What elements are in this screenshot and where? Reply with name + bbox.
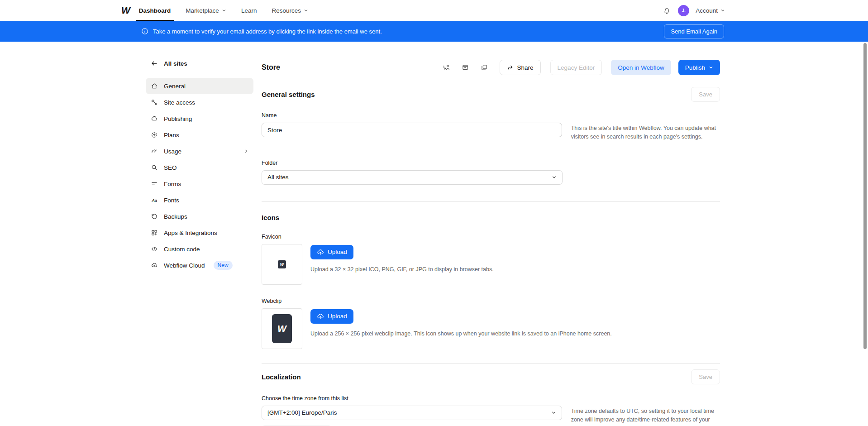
key-icon xyxy=(151,99,158,106)
site-header: Store Share Legacy Editor Open in Webflo… xyxy=(262,60,720,75)
sidebar-item-backups[interactable]: Backups xyxy=(146,208,253,225)
header-controls: Share Legacy Editor Open in Webflow Publ… xyxy=(443,60,720,75)
sidebar-item-webflow-cloud[interactable]: Webflow Cloud New xyxy=(146,257,253,273)
open-in-webflow-button[interactable]: Open in Webflow xyxy=(611,60,671,75)
nav-marketplace[interactable]: Marketplace xyxy=(186,0,226,21)
home-icon xyxy=(151,82,158,90)
usage-gauge-icon xyxy=(151,148,158,155)
favicon-row: W Upload Upload a 32 × 32 pixel ICO, PNG… xyxy=(262,244,720,285)
nav-marketplace-label: Marketplace xyxy=(186,7,219,14)
sidebar-item-label: Site access xyxy=(164,99,195,106)
bell-icon[interactable] xyxy=(663,7,671,14)
favicon-webflow-tile: W xyxy=(278,260,286,268)
sidebar-item-usage[interactable]: Usage xyxy=(146,143,253,159)
transfer-site-icon[interactable] xyxy=(443,64,450,71)
back-label: All sites xyxy=(164,60,187,67)
code-icon xyxy=(151,245,158,253)
email-verification-banner: Take a moment to verify your email addre… xyxy=(0,21,868,42)
timezone-label: Choose the time zone from this list xyxy=(262,395,720,402)
chevron-down-icon xyxy=(552,175,557,180)
site-name-input[interactable] xyxy=(262,123,562,137)
favicon-preview: W xyxy=(262,244,302,285)
icons-section-title: Icons xyxy=(262,214,720,221)
upload-label: Upload xyxy=(328,249,347,255)
nav-learn-label: Learn xyxy=(241,7,257,14)
share-label: Share xyxy=(517,64,534,71)
sidebar-item-label: Backups xyxy=(164,213,187,220)
favicon-upload-button[interactable]: Upload xyxy=(310,245,353,259)
chevron-right-icon xyxy=(244,149,248,153)
upload-cloud-icon xyxy=(317,249,324,256)
banner-message: Take a moment to verify your email addre… xyxy=(153,28,382,35)
backups-history-icon xyxy=(151,213,158,220)
duplicate-icon[interactable] xyxy=(481,64,488,71)
timezone-help-text: Time zone defaults to UTC, so setting it… xyxy=(571,406,720,426)
main-content: Store Share Legacy Editor Open in Webflo… xyxy=(262,60,720,426)
sidebar-item-forms[interactable]: Forms xyxy=(146,176,253,192)
sidebar-item-plans[interactable]: Plans xyxy=(146,127,253,143)
chevron-down-icon xyxy=(551,410,556,415)
fonts-aa-icon: Aa xyxy=(151,196,158,204)
sidebar-item-label: Publishing xyxy=(164,115,192,122)
folder-field-group: Folder All sites xyxy=(262,160,720,185)
name-help-text: This is the site's title within Webflow.… xyxy=(571,123,720,142)
archive-icon[interactable] xyxy=(462,64,469,71)
chevron-down-icon xyxy=(709,65,713,70)
arrow-left-icon xyxy=(151,60,158,67)
localization-title: Localization xyxy=(262,373,301,381)
upload-label: Upload xyxy=(328,313,347,320)
webflow-logo[interactable]: W xyxy=(121,5,130,16)
general-save-button[interactable]: Save xyxy=(691,87,720,102)
sidebar-item-label: Webflow Cloud xyxy=(164,262,205,269)
sidebar-item-apps-integrations[interactable]: Apps & Integrations xyxy=(146,225,253,241)
localization-header: Localization Save xyxy=(262,370,720,384)
localization-save-button[interactable]: Save xyxy=(691,369,720,384)
sidebar-item-label: Usage xyxy=(164,148,181,155)
sidebar-item-custom-code[interactable]: Custom code xyxy=(146,241,253,257)
name-field-group: Name This is the site's title within Web… xyxy=(262,112,720,142)
share-button[interactable]: Share xyxy=(500,60,541,75)
sidebar-item-general[interactable]: General xyxy=(146,78,253,94)
send-email-again-button[interactable]: Send Email Again xyxy=(664,24,724,38)
account-menu[interactable]: Account xyxy=(696,7,725,14)
account-label: Account xyxy=(696,7,718,14)
upload-cloud-icon xyxy=(317,313,324,320)
nav-learn[interactable]: Learn xyxy=(241,0,257,21)
sidebar-item-label: General xyxy=(164,83,186,90)
favicon-help-text: Upload a 32 × 32 pixel ICO, PNG, GIF, or… xyxy=(310,265,494,274)
folder-label: Folder xyxy=(262,160,720,166)
vertical-scrollbar[interactable] xyxy=(863,43,867,349)
new-badge: New xyxy=(214,261,233,270)
share-arrow-icon xyxy=(507,64,514,71)
page-title: Store xyxy=(262,63,280,72)
sidebar-item-label: SEO xyxy=(164,164,177,171)
webclip-upload-button[interactable]: Upload xyxy=(310,309,353,324)
sidebar-item-publishing[interactable]: Publishing xyxy=(146,110,253,127)
sidebar-item-label: Custom code xyxy=(164,246,200,253)
webclip-webflow-tile: W xyxy=(272,314,292,343)
forms-lines-icon xyxy=(151,180,158,187)
section-divider xyxy=(262,201,720,202)
sidebar-item-fonts[interactable]: Aa Fonts xyxy=(146,192,253,208)
nav-dashboard[interactable]: Dashboard xyxy=(139,0,171,21)
sidebar-item-label: Fonts xyxy=(164,197,179,204)
legacy-editor-button[interactable]: Legacy Editor xyxy=(550,60,602,75)
sidebar-item-site-access[interactable]: Site access xyxy=(146,94,253,110)
avatar[interactable]: J. xyxy=(678,5,689,16)
nav-resources-label: Resources xyxy=(272,7,301,14)
top-navigation: W Dashboard Marketplace Learn Resources … xyxy=(0,0,868,21)
folder-select[interactable]: All sites xyxy=(262,170,563,185)
timezone-select[interactable]: [GMT+2:00] Europe/Paris xyxy=(262,406,562,420)
sidebar-item-label: Forms xyxy=(164,181,181,187)
webclip-label: Webclip xyxy=(262,298,720,304)
nav-resources[interactable]: Resources xyxy=(272,0,308,21)
publish-button[interactable]: Publish xyxy=(678,60,720,75)
plans-up-circle-icon xyxy=(151,131,158,139)
back-to-all-sites[interactable]: All sites xyxy=(146,60,253,67)
sidebar-item-seo[interactable]: SEO xyxy=(146,159,253,176)
publishing-cloud-icon xyxy=(151,115,158,122)
section-divider xyxy=(262,363,720,364)
banner-message-wrap: Take a moment to verify your email addre… xyxy=(141,28,382,35)
chevron-down-icon xyxy=(222,8,226,13)
general-settings-header: General settings Save xyxy=(262,87,720,101)
